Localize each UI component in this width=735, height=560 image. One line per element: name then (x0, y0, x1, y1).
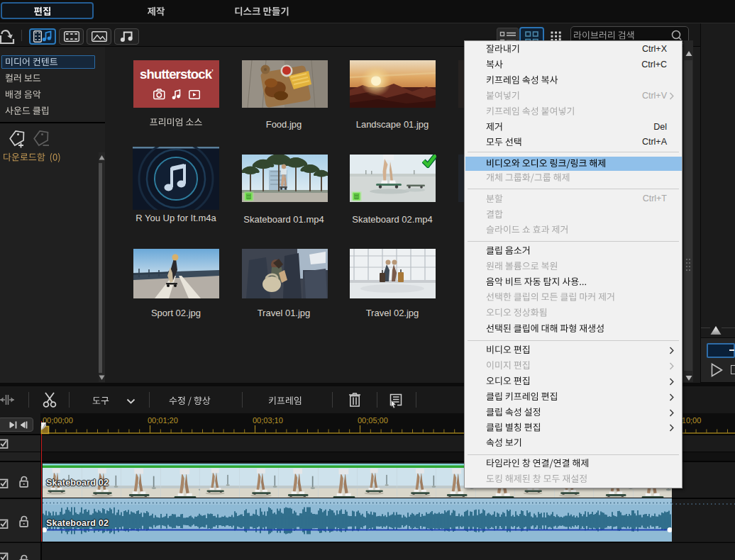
svg-text:00;03;10: 00;03;10 (253, 416, 283, 425)
svg-text:00;01;20: 00;01;20 (148, 416, 178, 425)
svg-text:00;05;00: 00;05;00 (358, 416, 388, 425)
